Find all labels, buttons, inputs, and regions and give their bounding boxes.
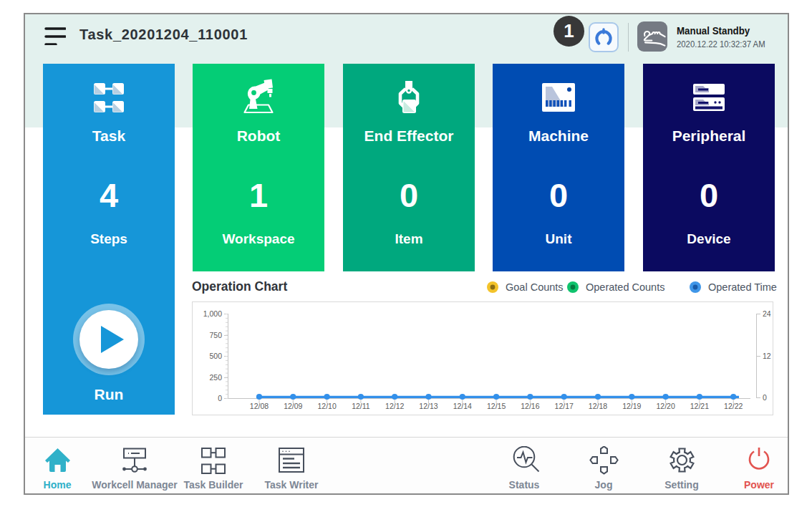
svg-text:Operated Counts: Operated Counts <box>586 281 664 293</box>
svg-text:0: 0 <box>763 393 767 402</box>
svg-text:12/20: 12/20 <box>656 402 675 410</box>
svg-text:1,000: 1,000 <box>203 309 222 318</box>
svg-text:250: 250 <box>209 373 222 382</box>
svg-text:12/17: 12/17 <box>555 402 574 410</box>
svg-text:12/13: 12/13 <box>419 402 438 410</box>
svg-text:12: 12 <box>763 352 771 360</box>
svg-text:Goal Counts: Goal Counts <box>506 281 564 293</box>
svg-text:12/15: 12/15 <box>487 402 506 410</box>
svg-text:12/10: 12/10 <box>317 402 336 410</box>
svg-text:12/22: 12/22 <box>724 402 743 410</box>
svg-text:12/18: 12/18 <box>589 402 607 410</box>
svg-text:12/19: 12/19 <box>622 402 641 410</box>
svg-text:0: 0 <box>218 394 222 402</box>
svg-text:12/14: 12/14 <box>453 402 472 410</box>
svg-text:24: 24 <box>763 309 771 318</box>
svg-text:12/11: 12/11 <box>352 402 370 410</box>
svg-text:500: 500 <box>209 352 222 360</box>
svg-text:12/09: 12/09 <box>284 402 302 410</box>
svg-text:750: 750 <box>209 331 222 339</box>
svg-text:12/08: 12/08 <box>250 402 269 410</box>
svg-text:Operated Time: Operated Time <box>708 281 777 293</box>
svg-text:12/21: 12/21 <box>690 402 709 410</box>
svg-text:12/16: 12/16 <box>521 402 539 410</box>
svg-text:12/12: 12/12 <box>385 402 404 410</box>
